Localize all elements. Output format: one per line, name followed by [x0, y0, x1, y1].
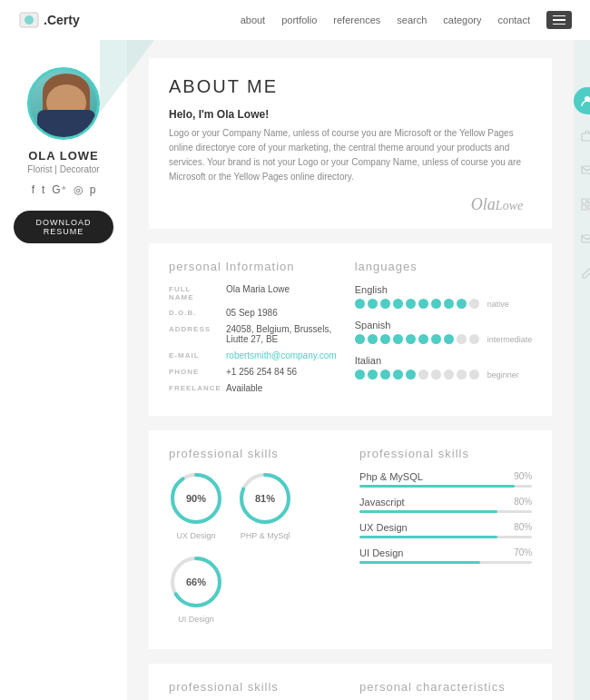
about-title: ABOUT ME	[169, 76, 532, 97]
main-content: ABOUT ME Helo, I'm Ola Lowe! Logo or you…	[127, 40, 574, 700]
lang-dot	[444, 370, 454, 380]
logo-icon	[18, 9, 40, 31]
lang-dot	[418, 334, 428, 344]
bar-skill-item: Javascript 80%	[359, 497, 532, 513]
characteristics-panel: personal characteristics ✓Lake Marcelvie…	[359, 680, 532, 700]
circle-skill-item: 66% UI Design	[169, 555, 223, 624]
bar-track	[359, 561, 532, 564]
nav-search[interactable]: search	[397, 15, 427, 25]
lang-dot	[393, 334, 403, 344]
circle-label: UI Design	[178, 615, 214, 624]
svg-rect-11	[582, 199, 586, 203]
lang-dot	[431, 370, 441, 380]
bar-skill-item: UI Design 70%	[359, 547, 532, 564]
nav-category[interactable]: category	[443, 15, 481, 25]
language-spanish-name: Spanish	[355, 320, 533, 330]
label-dob: D.O.B.	[169, 308, 219, 317]
bar-skill-item: UX Design 80%	[359, 522, 532, 538]
lang-dot	[368, 370, 378, 380]
sidebar-decoration	[100, 40, 154, 113]
bar-track	[359, 485, 532, 488]
skills-bars-left-panel: professional skills Php & MySQL 90% Java…	[169, 680, 341, 700]
languages-panel: languages English native Spanish interme…	[355, 260, 533, 399]
circle-skill-item: 90% UX Design	[169, 471, 223, 540]
right-icon-mail[interactable]	[574, 225, 590, 252]
bars-right-list: Php & MySQL 90% Javascript 80% UX Design…	[359, 471, 532, 564]
info-row-address: ADDRESS 24058, Belgium, Brussels, Liutte…	[169, 324, 337, 344]
language-italian-name: Italian	[355, 355, 533, 366]
right-icon-envelope[interactable]	[574, 156, 590, 183]
bar-skill-name: UX Design	[359, 522, 408, 533]
nav-links: about portfolio references search catego…	[241, 15, 530, 25]
value-dob: 05 Sep 1986	[226, 308, 278, 318]
twitter-icon[interactable]: t	[42, 183, 44, 196]
nav-contact[interactable]: contact	[498, 15, 530, 25]
avatar	[27, 67, 100, 140]
language-english: English native	[355, 284, 533, 309]
lang-dot	[457, 334, 467, 344]
right-icon-pen[interactable]	[574, 260, 590, 287]
svg-rect-13	[582, 205, 586, 210]
nav-references[interactable]: references	[333, 15, 380, 25]
lang-dot	[406, 370, 416, 380]
nav-about[interactable]: about	[241, 15, 266, 25]
right-icon-profile[interactable]	[574, 87, 590, 114]
social-icons: f t G⁺ ◎ p	[32, 183, 96, 196]
info-row-name: FULL NAME Ola Maria Lowe	[169, 284, 337, 301]
signature: OlaLowe	[169, 195, 532, 214]
lang-dot	[393, 299, 403, 309]
lang-level: beginner	[487, 370, 519, 380]
about-greeting: Helo, I'm Ola Lowe!	[169, 108, 532, 121]
svg-point-1	[25, 15, 34, 25]
info-row-email: E-MAIL robertsmith@company.com	[169, 350, 337, 360]
skills-bars-left-title: professional skills	[169, 680, 341, 694]
bar-fill	[359, 485, 515, 488]
bar-skill-pct: 90%	[514, 471, 532, 482]
nav-portfolio[interactable]: portfolio	[281, 15, 317, 25]
skills-bars-right-panel: professional skills Php & MySQL 90% Java…	[359, 447, 532, 633]
lang-dot	[469, 334, 479, 344]
lang-dot	[355, 334, 365, 344]
bar-skill-name: Php & MySQL	[359, 471, 423, 482]
layout: OLA LOWE Florist | Decorator f t G⁺ ◎ p …	[0, 40, 590, 700]
hamburger-menu[interactable]	[546, 11, 572, 30]
info-row-dob: D.O.B. 05 Sep 1986	[169, 308, 337, 318]
info-row-phone: PHONE +1 256 254 84 56	[169, 367, 337, 377]
personal-info-title: personal Information	[169, 260, 337, 273]
circle-pct: 90%	[186, 493, 206, 504]
right-icon-briefcase[interactable]	[574, 122, 590, 149]
lang-dot	[368, 334, 378, 344]
person-name: OLA LOWE	[28, 149, 99, 163]
bar-skill-pct: 80%	[514, 522, 532, 533]
bar-header: UX Design 80%	[359, 522, 532, 533]
language-italian: Italian beginner	[355, 355, 533, 380]
value-address: 24058, Belgium, Brussels, Liutte 27, BE	[226, 324, 337, 344]
skills-section: professional skills 90% UX Design 81% PH…	[149, 430, 552, 649]
bar-header: Php & MySQL 90%	[359, 471, 532, 482]
instagram-icon[interactable]: ◎	[74, 183, 83, 196]
language-italian-dots: beginner	[355, 370, 533, 380]
navbar: .Certy about portfolio references search…	[0, 0, 590, 40]
language-spanish: Spanish intermediate	[355, 320, 533, 344]
bar-fill	[359, 561, 480, 564]
googleplus-icon[interactable]: G⁺	[52, 183, 65, 196]
download-resume-button[interactable]: DOWNLOAD RESUME	[14, 211, 113, 243]
right-icon-grid[interactable]	[574, 191, 590, 218]
circle-label: PHP & MySql	[241, 531, 290, 540]
logo[interactable]: .Certy	[18, 9, 80, 31]
skills-chars-section: professional skills Php & MySQL 90% Java…	[149, 664, 552, 700]
facebook-icon[interactable]: f	[32, 183, 34, 196]
label-phone: PHONE	[169, 367, 219, 376]
skills-circles-panel: professional skills 90% UX Design 81% PH…	[169, 447, 341, 633]
svg-rect-9	[582, 133, 590, 141]
bar-skill-pct: 70%	[514, 547, 532, 558]
pinterest-icon[interactable]: p	[90, 183, 96, 196]
lang-dot	[444, 334, 454, 344]
label-fullname: FULL NAME	[169, 284, 219, 301]
characteristics-title: personal characteristics	[359, 680, 532, 694]
value-email[interactable]: robertsmith@company.com	[226, 350, 337, 360]
lang-dot	[444, 299, 454, 309]
language-spanish-dots: intermediate	[355, 334, 533, 344]
personal-info-panel: personal Information FULL NAME Ola Maria…	[169, 260, 337, 399]
label-email: E-MAIL	[169, 350, 219, 360]
